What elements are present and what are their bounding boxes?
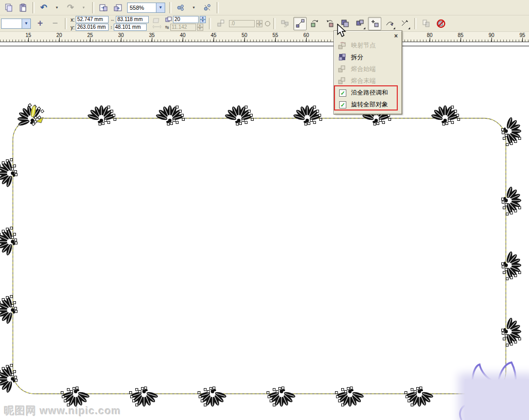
more-blend-options-button[interactable] bbox=[368, 17, 381, 30]
undo-dropdown-icon[interactable]: ▾ bbox=[51, 2, 63, 14]
coreldraw-window: ↶ ▾ ↷ ▾ 558% ▼ ▾ ▼ + − bbox=[0, 0, 529, 420]
object-size-group: ↔ 83.118 mm ↕ 48.101 mm bbox=[110, 16, 149, 31]
close-icon[interactable]: × bbox=[394, 33, 398, 39]
clockwise-blend-button[interactable] bbox=[308, 17, 322, 30]
fuse-end-icon bbox=[338, 77, 347, 85]
blend-direction-icon bbox=[214, 17, 227, 30]
height-field[interactable]: 48.101 mm bbox=[114, 24, 147, 31]
scale-factor-icon bbox=[150, 16, 164, 31]
steps-icon bbox=[165, 16, 172, 23]
separator bbox=[209, 18, 211, 29]
ruler-major-tick bbox=[461, 38, 461, 42]
ruler-major-tick bbox=[491, 38, 492, 42]
separator bbox=[273, 18, 275, 29]
menu-item-5[interactable]: ✓沿全路径调和 bbox=[334, 87, 401, 99]
split-icon bbox=[338, 53, 347, 62]
menu-item-label: 沿全路径调和 bbox=[351, 88, 388, 97]
blend-preset-combo[interactable]: ▼ bbox=[1, 19, 31, 29]
remove-preset-button: − bbox=[48, 17, 62, 30]
object-position-group: x: 52.747 mm y: 263.016 mm bbox=[70, 16, 109, 31]
ruler-major-tick bbox=[121, 38, 121, 42]
snap-options-icon[interactable] bbox=[201, 1, 214, 14]
ruler-major-tick bbox=[152, 38, 152, 42]
graph-options-dropdown-icon[interactable]: ▾ bbox=[188, 2, 200, 14]
separator bbox=[32, 2, 34, 13]
ruler-major-tick bbox=[430, 38, 430, 42]
undo-icon[interactable]: ↶ bbox=[37, 1, 50, 14]
fixed-spacing-icon: ↹ bbox=[165, 25, 169, 30]
copy-icon[interactable] bbox=[2, 1, 15, 14]
ruler-tick-label: 90 bbox=[488, 32, 494, 38]
blend-options-flyout: × 映射节点拆分熔合始端熔合末端✓沿全路径调和✓旋转全部对象 bbox=[334, 31, 402, 114]
separator bbox=[169, 2, 171, 13]
ruler-tick-label: 15 bbox=[25, 32, 31, 38]
horizontal-ruler[interactable]: 1520253035404550556065707580859095 bbox=[0, 32, 529, 42]
y-position-field[interactable]: 263.016 mm bbox=[76, 24, 109, 31]
ruler-tick-label: 30 bbox=[118, 32, 124, 38]
width-field[interactable]: 83.118 mm bbox=[116, 16, 149, 23]
steps-spinner[interactable]: ▲▼ bbox=[200, 16, 206, 23]
import-icon[interactable] bbox=[97, 1, 110, 14]
menu-item-label: 映射节点 bbox=[351, 41, 376, 50]
start-end-properties-button[interactable] bbox=[398, 17, 411, 30]
ruler-tick-label: 60 bbox=[303, 32, 309, 38]
counterclockwise-blend-button[interactable] bbox=[323, 17, 337, 30]
checkbox-icon[interactable]: ✓ bbox=[339, 101, 346, 108]
menu-item-2[interactable]: 拆分 bbox=[334, 51, 401, 63]
ruler-tick-label: 20 bbox=[56, 32, 62, 38]
ruler-tick-label: 40 bbox=[180, 32, 185, 38]
spacing-spinner: ▲▼ bbox=[197, 24, 203, 31]
ruler-minor-ticks bbox=[0, 40, 529, 42]
paste-icon[interactable] bbox=[16, 1, 30, 14]
zoom-combo-dropdown-icon[interactable]: ▼ bbox=[156, 3, 165, 12]
ruler-tick-label: 85 bbox=[457, 32, 463, 38]
graph-options-icon[interactable] bbox=[174, 1, 187, 14]
ruler-major-tick bbox=[90, 38, 91, 42]
menu-item-6[interactable]: ✓旋转全部对象 bbox=[334, 99, 401, 111]
direction-spinner: ▲▼ bbox=[256, 20, 262, 27]
ruler-tick-label: 95 bbox=[519, 32, 525, 38]
separator bbox=[65, 18, 67, 29]
drawing-canvas[interactable] bbox=[0, 42, 529, 420]
separator bbox=[92, 2, 94, 13]
direct-blend-button[interactable] bbox=[293, 17, 307, 30]
loop-blend-icon bbox=[278, 17, 292, 30]
degree-symbol-icon bbox=[265, 21, 270, 26]
export-icon[interactable] bbox=[111, 1, 125, 14]
lavender-overlay bbox=[465, 379, 529, 420]
menu-item-1: 映射节点 bbox=[334, 40, 401, 51]
ruler-major-tick bbox=[183, 38, 183, 42]
path-properties-button[interactable] bbox=[383, 17, 396, 30]
menu-item-label: 旋转全部对象 bbox=[351, 100, 388, 109]
page-boundary-line bbox=[0, 46, 529, 46]
copy-blend-properties-icon bbox=[419, 17, 433, 30]
ruler-major-tick bbox=[306, 38, 307, 42]
standard-toolbar: ↶ ▾ ↷ ▾ 558% ▼ ▾ bbox=[0, 0, 529, 15]
separator bbox=[414, 18, 416, 29]
x-label: x: bbox=[70, 17, 75, 23]
fuse-start-icon bbox=[338, 65, 347, 74]
object-color-acceleration-button[interactable] bbox=[338, 17, 351, 30]
menu-item-3: 熔合始端 bbox=[334, 63, 401, 75]
checkbox-icon[interactable]: ✓ bbox=[339, 89, 346, 97]
map-nodes-icon bbox=[338, 41, 347, 50]
blend-steps-field[interactable]: 20 bbox=[173, 16, 199, 23]
menu-item-label: 熔合末端 bbox=[351, 77, 376, 85]
zoom-level-combo[interactable]: 558% ▼ bbox=[127, 3, 165, 13]
blend-property-bar: ▼ + − x: 52.747 mm y: 263.016 mm ↔ 83.11… bbox=[0, 15, 529, 32]
y-label: y: bbox=[70, 25, 75, 30]
clear-blend-button[interactable] bbox=[434, 17, 448, 30]
ruler-tick-label: 55 bbox=[272, 32, 278, 38]
menu-item-4: 熔合末端 bbox=[334, 75, 401, 87]
ruler-tick-label: 35 bbox=[149, 32, 154, 38]
preset-combo-dropdown-icon[interactable]: ▼ bbox=[22, 19, 30, 28]
ruler-major-tick bbox=[522, 38, 523, 42]
size-acceleration-button[interactable] bbox=[353, 17, 366, 30]
ruler-tick-label: 25 bbox=[87, 32, 93, 38]
blend-direction-field: .0 bbox=[229, 20, 255, 27]
blend-spacing-field: 11.142 bbox=[170, 24, 196, 31]
x-position-field[interactable]: 52.747 mm bbox=[76, 16, 109, 23]
ruler-major-tick bbox=[214, 38, 214, 42]
add-preset-button[interactable]: + bbox=[33, 17, 47, 30]
ruler-major-tick bbox=[244, 38, 245, 42]
